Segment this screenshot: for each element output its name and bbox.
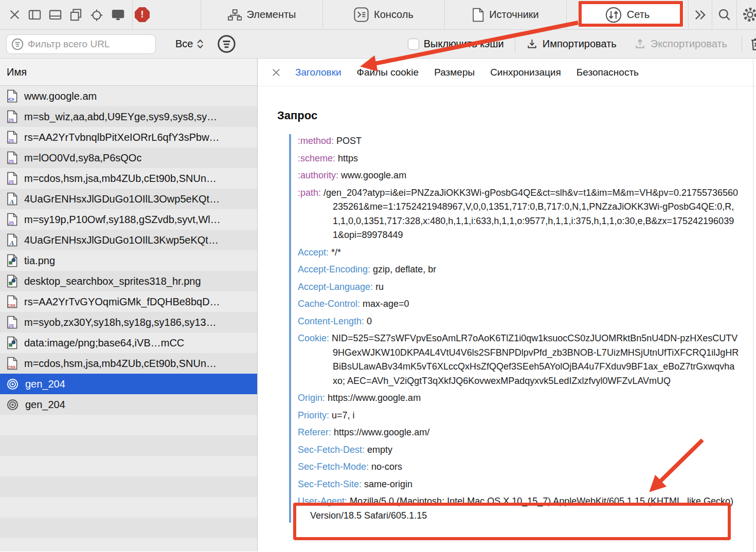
request-row[interactable]: CSS rs=AA2YrTvGYOqmiGMk_fDQHBe8bqD… (0, 291, 257, 312)
request-row[interactable]: gen_204 (0, 394, 257, 415)
header-name: Accept-Encoding: (298, 264, 370, 274)
duplicate-tab-button[interactable] (69, 0, 83, 29)
device-icon (111, 8, 125, 22)
bullseye-icon (7, 399, 19, 411)
toggle-left-panel-icon (28, 8, 42, 22)
overflow-chevrons-icon (694, 8, 707, 22)
export-label: Экспортировать (651, 38, 727, 50)
header-name: :method: (298, 136, 334, 146)
tab-security[interactable]: Безопасность (577, 67, 639, 78)
search-button[interactable] (712, 0, 736, 29)
header-entry: Priority: u=7, i (298, 409, 739, 423)
details-tab-bar: Заголовки Файлы cookie Размеры Синхрониз… (258, 59, 756, 86)
header-entry: :scheme: https (298, 152, 739, 166)
window-controls: ! (0, 0, 201, 29)
css-file-icon: CSS (7, 357, 17, 370)
header-name: Accept: (298, 247, 329, 257)
elements-tree-icon (228, 9, 242, 21)
tab-elements[interactable]: Элементы (201, 0, 322, 29)
header-entry: Sec-Fetch-Dest: empty (298, 443, 739, 457)
tab-network[interactable]: Сеть (566, 0, 688, 29)
font-file-icon: A (7, 233, 17, 247)
toggle-left-panel-button[interactable] (28, 0, 42, 29)
levels-filter-button[interactable] (217, 34, 236, 53)
request-row[interactable]: JS m=sy19p,P10Owf,sy188,gSZvdb,syvt,Wl… (0, 209, 257, 230)
name-column-header[interactable]: Имя (0, 59, 257, 86)
request-row[interactable]: desktop_searchbox_sprites318_hr.png (0, 271, 257, 291)
url-filter-input[interactable] (28, 39, 151, 50)
header-value: https://www.google.am (328, 393, 421, 403)
tab-headers[interactable]: Заголовки (295, 67, 341, 78)
header-entry: :method: POST (298, 134, 739, 149)
url-filter-field[interactable] (6, 34, 156, 54)
request-name: m=cdos,hsm,jsa,mb4ZUb,cEt90b,SNUn… (24, 358, 217, 370)
type-stepper-icon[interactable] (196, 38, 204, 50)
header-name: Accept-Language: (298, 282, 373, 292)
header-name: Content-Length: (298, 316, 364, 326)
request-row-selected[interactable]: gen_204 (0, 374, 257, 394)
request-row[interactable]: JS m=syob,zx30Y,sy18h,sy18g,sy186,sy13… (0, 312, 257, 333)
header-entry: Sec-Fetch-Site: same-origin (298, 477, 739, 492)
html-file-icon: <> (7, 89, 17, 103)
header-value: ru (375, 282, 384, 292)
header-name: Priority: (298, 410, 329, 420)
header-name: Sec-Fetch-Dest: (298, 445, 365, 455)
close-icon (271, 67, 281, 78)
tab-cookies[interactable]: Файлы cookie (357, 67, 419, 78)
toggle-bottom-panel-button[interactable] (48, 0, 62, 29)
levels-circle-icon (217, 34, 236, 53)
filter-bar-right: Выключить кэши Импортировать Экспортиров… (408, 35, 756, 53)
close-inspector-button[interactable] (8, 0, 21, 29)
js-file-icon: JS (7, 131, 17, 144)
request-name: m=sb_wiz,aa,abd,U9EYge,sys9,sys8,sy… (24, 111, 217, 123)
close-details-button[interactable] (271, 67, 281, 78)
toolbar-divider (132, 0, 133, 29)
request-row[interactable]: JS m=lOO0Vd,sy8a,P6sQOc (0, 148, 257, 168)
empty-list-stripes (0, 415, 257, 551)
header-value: no-cors (371, 462, 402, 472)
export-icon (634, 38, 646, 50)
request-row[interactable]: tia.png (0, 250, 257, 271)
import-button[interactable]: Импортировать (526, 38, 617, 50)
svg-text:CSS: CSS (7, 365, 15, 370)
disable-caches-checkbox[interactable] (408, 39, 419, 50)
request-row[interactable]: <> www.google.am (0, 86, 257, 106)
request-row[interactable]: CSS m=cdos,hsm,jsa,mb4ZUb,cEt90b,SNUn… (0, 353, 257, 374)
header-name: Cookie: (298, 333, 329, 343)
header-value: u=7, i (332, 410, 355, 420)
request-name: m=syob,zx30Y,sy18h,sy18g,sy186,sy13… (24, 317, 217, 328)
element-selection-button[interactable] (89, 0, 104, 29)
request-row[interactable]: JS m=cdos,hsm,jsa,mb4ZUb,cEt90b,SNUn… (0, 168, 257, 189)
tab-sizes[interactable]: Размеры (434, 67, 475, 78)
details-scrollbar-track[interactable] (753, 59, 753, 552)
request-row[interactable]: data:image/png;base64,iVB…mCC (0, 333, 257, 353)
header-entry: :authority: www.google.am (298, 169, 739, 183)
overflow-tabs-button[interactable] (689, 0, 712, 29)
header-value: NID=525=SZ7sWFVpvEsoAmLR7oAoK6TlZ1i0qw1k… (332, 333, 739, 386)
header-entry-user-agent: User-Agent: Mozilla/5.0 (Macintosh; Inte… (298, 494, 739, 523)
device-settings-button[interactable] (111, 0, 125, 29)
tab-sources[interactable]: Источники (444, 0, 566, 29)
search-icon (717, 8, 731, 22)
svg-text:JS: JS (8, 220, 14, 226)
resource-type-filter[interactable]: Все (175, 38, 204, 50)
resource-type-value: Все (175, 38, 193, 50)
header-entry: Content-Length: 0 (298, 315, 739, 329)
request-row[interactable]: JS m=sb_wiz,aa,abd,U9EYge,sys9,sys8,sy… (0, 106, 257, 127)
header-entry: Accept-Encoding: gzip, deflate, br (298, 263, 739, 277)
request-details-panel: Заголовки Файлы cookie Размеры Синхрониз… (258, 59, 756, 551)
tab-timing[interactable]: Синхронизация (490, 67, 561, 78)
tab-label: Сеть (627, 9, 650, 21)
error-badge-icon[interactable]: ! (135, 7, 150, 22)
js-file-icon: JS (7, 213, 17, 226)
request-row[interactable]: A 4UaGrENHsxJlGDuGo1OIlL3Owp5eKQt… (0, 189, 257, 209)
element-target-icon (89, 8, 104, 22)
request-row[interactable]: A 4UaGrENHsxJlGDuGo1OIlL3Kwp5eKQt… (0, 230, 257, 250)
header-entry: Cache-Control: max-age=0 (298, 297, 739, 311)
export-button[interactable]: Экспортировать (634, 38, 727, 50)
tab-console[interactable]: Консоль (322, 0, 444, 29)
settings-button[interactable] (737, 0, 756, 29)
request-list: <> www.google.am JS m=sb_wiz,aa,abd,U9EY… (0, 86, 257, 415)
request-row[interactable]: JS rs=AA2YrTvbnqlbPitXeIORrL6qfY3sPbw… (0, 127, 257, 148)
clear-network-items-button[interactable] (749, 36, 756, 51)
